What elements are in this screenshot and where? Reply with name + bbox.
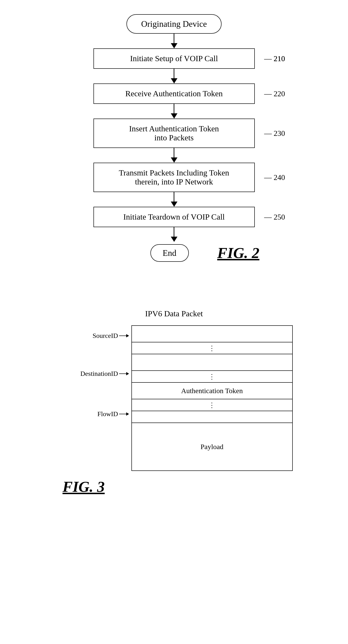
fig3-title: FIG. 3 bbox=[63, 478, 105, 496]
flow-id-label: FlowID bbox=[97, 410, 129, 418]
arrow-6 bbox=[171, 227, 177, 242]
step-230: Insert Authentication Tokeninto Packets … bbox=[94, 118, 255, 148]
destination-id-label: DestinationID bbox=[80, 370, 129, 378]
arrow-2 bbox=[171, 69, 177, 84]
page: Originating Device Initiate Setup of VOI… bbox=[0, 0, 348, 644]
source-id-label: SourceID bbox=[93, 332, 129, 340]
step-220: Receive Authentication Token — 220 bbox=[94, 84, 255, 104]
fig2-bottom: End FIG. 2 bbox=[67, 244, 281, 262]
payload-row: Payload bbox=[132, 423, 292, 470]
dest-id-row bbox=[132, 354, 292, 371]
fig2-title: FIG. 2 bbox=[217, 244, 259, 262]
start-node: Originating Device bbox=[126, 14, 222, 34]
end-node: End bbox=[150, 244, 189, 262]
fig3-bottom: FIG. 3 bbox=[56, 478, 293, 496]
fig3-container: IPV6 Data Packet SourceID DestinationID bbox=[56, 309, 293, 496]
packet-table: ⋮ ⋮ Authentication Token ⋮ bbox=[131, 325, 293, 471]
step-210: Initiate Setup of VOIP Call 210 — 210 bbox=[94, 48, 255, 69]
source-id-row bbox=[132, 326, 292, 342]
ipv6-title: IPV6 Data Packet bbox=[145, 309, 203, 318]
spacer-row bbox=[132, 411, 292, 423]
auth-token-row: Authentication Token bbox=[132, 383, 292, 399]
arrow-3 bbox=[171, 104, 177, 118]
fig2-container: Originating Device Initiate Setup of VOI… bbox=[67, 14, 281, 262]
step-240: Transmit Packets Including Tokentherein,… bbox=[94, 163, 255, 192]
step-250: Initiate Teardown of VOIP Call — 250 bbox=[94, 207, 255, 227]
arrow-1 bbox=[171, 34, 177, 48]
flowchart: Originating Device Initiate Setup of VOI… bbox=[67, 14, 281, 262]
arrow-5 bbox=[171, 192, 177, 207]
dots-row-1: ⋮ bbox=[132, 342, 292, 354]
dots-row-3: ⋮ bbox=[132, 399, 292, 411]
dots-row-2: ⋮ bbox=[132, 371, 292, 383]
arrow-4 bbox=[171, 148, 177, 163]
